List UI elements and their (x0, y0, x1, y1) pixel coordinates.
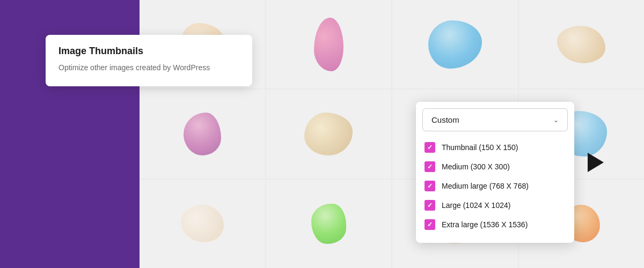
grid-cell-2 (266, 0, 392, 88)
image-thumbnails-tooltip: Image Thumbnails Optimize other images c… (46, 35, 252, 86)
check-icon-extra-large: ✓ (427, 221, 433, 228)
blob-shape-4 (557, 26, 605, 63)
dropdown-selected-value: Custom (431, 115, 459, 124)
checkbox-label-large: Large (1024 X 1024) (442, 201, 510, 210)
checkbox-item-medium[interactable]: ✓ Medium (300 X 300) (425, 157, 566, 176)
tooltip-description: Optimize other images created by WordPre… (58, 62, 239, 73)
blob-shape-9 (181, 205, 224, 242)
checkbox-label-thumbnail: Thumbnail (150 X 150) (442, 143, 518, 152)
grid-cell-4 (519, 0, 645, 88)
grid-cell-3 (392, 0, 518, 88)
blob-shape-5 (184, 113, 221, 155)
checkbox-list: ✓ Thumbnail (150 X 150) ✓ Medium (300 X … (416, 136, 574, 234)
checkbox-item-extra-large[interactable]: ✓ Extra large (1536 X 1536) (425, 215, 566, 234)
checkbox-label-medium: Medium (300 X 300) (442, 162, 510, 171)
checkbox-label-extra-large: Extra large (1536 X 1536) (442, 220, 528, 229)
blob-shape-2 (314, 18, 343, 71)
blob-shape-6 (304, 113, 353, 155)
checkbox-extra-large[interactable]: ✓ (425, 219, 435, 230)
checkbox-medium[interactable]: ✓ (425, 161, 435, 172)
checkbox-item-medium-large[interactable]: ✓ Medium large (768 X 768) (425, 176, 566, 196)
cursor-arrow-icon (588, 153, 604, 172)
check-icon-medium-large: ✓ (427, 182, 433, 190)
tooltip-title: Image Thumbnails (58, 46, 239, 57)
checkbox-item-large[interactable]: ✓ Large (1024 X 1024) (425, 196, 566, 215)
checkbox-item-thumbnail[interactable]: ✓ Thumbnail (150 X 150) (425, 138, 566, 157)
custom-dropdown[interactable]: Custom ⌄ (422, 108, 568, 131)
check-icon-medium: ✓ (427, 163, 433, 170)
blob-shape-10 (311, 204, 346, 244)
checkbox-label-medium-large: Medium large (768 X 768) (442, 182, 529, 190)
check-icon-large: ✓ (427, 202, 433, 209)
checkbox-large[interactable]: ✓ (425, 200, 435, 211)
grid-cell-9 (140, 180, 265, 268)
grid-cell-10 (266, 180, 392, 268)
checkbox-thumbnail[interactable]: ✓ (425, 142, 435, 153)
checkbox-medium-large[interactable]: ✓ (425, 181, 435, 191)
chevron-down-icon: ⌄ (553, 116, 559, 124)
grid-cell-6 (266, 90, 392, 178)
blob-shape-3 (428, 20, 482, 69)
check-icon-thumbnail: ✓ (427, 144, 433, 151)
dropdown-panel: Custom ⌄ ✓ Thumbnail (150 X 150) ✓ Mediu… (416, 102, 574, 243)
grid-cell-5 (140, 90, 265, 178)
